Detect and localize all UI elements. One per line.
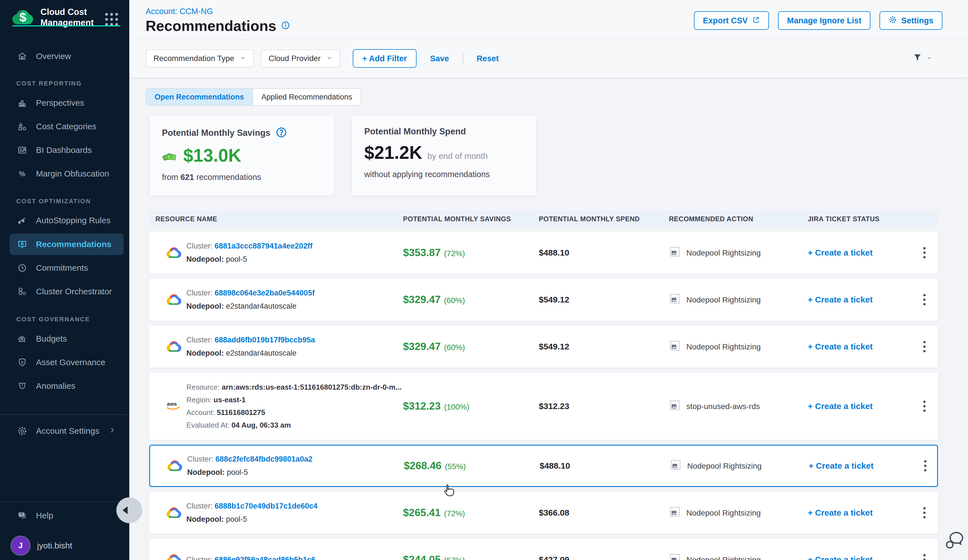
table-row[interactable]: Cluster: 6886e92f59a48cad86b5b1c6 $244.0… [149,538,938,560]
col-potential-monthly-savings: POTENTIAL MONTHLY SAVINGS [403,215,511,223]
aws-icon: aws [166,400,183,413]
sidebar-item-margin-obfuscation[interactable]: % Margin Obfuscation [10,165,124,182]
table-row[interactable]: Cluster: 6881a3ccc887941a4ee202ff Nodepo… [149,232,938,274]
gcp-icon [166,291,182,308]
kebab-menu-icon[interactable] [922,292,927,307]
main-content: Account: CCM-NG Recommendations Export C… [129,0,968,560]
chevron-left-icon [123,506,128,514]
resource-link[interactable]: 6881a3ccc887941a4ee202ff [215,242,313,250]
app-window: $ Cloud Cost Management Overview COST RE… [0,0,968,560]
nodepool-icon [669,506,681,520]
resource-link[interactable]: 68898c064e3e2ba0e544005f [215,289,315,297]
tab-applied-recommendations[interactable]: Applied Recommendations [253,89,361,105]
sidebar-item-recommendations[interactable]: Recommendations [10,234,124,255]
sidebar-item-cost-categories[interactable]: Cost Categories [10,118,124,135]
tab-open-recommendations[interactable]: Open Recommendations [146,89,253,105]
action-cell: stop-unused-aws-rds [669,399,760,413]
create-ticket-link[interactable]: + Create a ticket [808,295,873,305]
info-icon[interactable] [281,20,290,31]
sidebar-item-bi-dashboards[interactable]: BI Dashboards [10,141,124,159]
kebab-menu-icon[interactable] [922,339,927,354]
action-cell: Nodepool Rightsizing [669,293,761,307]
savings-value: $13.0K [183,145,241,166]
create-ticket-link[interactable]: + Create a ticket [808,342,873,351]
section-cost-reporting: COST REPORTING [16,80,82,87]
recommendations-icon [16,239,28,250]
spend-cell: $312.23 [539,401,569,411]
table-header: RESOURCE NAME POTENTIAL MONTHLY SAVINGS … [149,211,938,227]
savings-cell: $329.47(60%) [403,341,465,353]
settings-button[interactable]: Settings [880,11,942,30]
filter-panel-toggle[interactable] [912,52,932,65]
savings-subtext: from 621 recommendations [162,172,322,182]
sidebar-item-anomalies[interactable]: ! Anomalies [10,377,124,395]
create-ticket-link[interactable]: + Create a ticket [809,461,874,471]
gcp-icon [166,338,182,355]
funnel-icon [912,52,923,65]
sidebar-item-asset-governance[interactable]: $ Asset Governance [10,354,124,371]
action-icon [669,399,681,413]
recommendation-type-dropdown[interactable]: Recommendation Type [146,50,254,68]
kebab-menu-icon[interactable] [922,245,927,260]
create-ticket-link[interactable]: + Create a ticket [808,555,873,560]
sidebar-item-account-settings[interactable]: Account Settings [10,422,124,440]
savings-cell: $329.47(60%) [403,294,465,306]
svg-text:?: ? [20,512,23,517]
svg-text:$: $ [19,10,27,24]
kebab-menu-icon[interactable] [922,505,927,520]
sidebar-item-overview[interactable]: Overview [10,48,124,65]
sidebar-item-autostopping-rules[interactable]: AutoStopping Rules [10,212,124,229]
table-row[interactable]: aws Resource: arn:aws:rds:us-east-1:5116… [149,373,938,440]
spend-note: by end of month [427,151,488,161]
reset-filter-link[interactable]: Reset [477,54,499,63]
manage-ignore-list-button[interactable]: Manage Ignore List [778,11,870,30]
sidebar-collapse-handle[interactable] [116,497,142,523]
sidebar-item-cluster-orchestrator[interactable]: Cluster Orchestrator [10,283,124,300]
svg-text:$: $ [21,360,23,364]
page-header: Account: CCM-NG Recommendations Export C… [129,0,968,39]
kebab-menu-icon[interactable] [922,459,928,473]
create-ticket-link[interactable]: + Create a ticket [808,508,873,517]
nodepool-icon [670,459,681,473]
table-row-selected[interactable]: Cluster: 688c2fefc84fbdc99801a0a2 Nodepo… [149,445,938,487]
resource-link[interactable]: 688add6fb019b17f9bccb95a [215,336,315,344]
cloud-dollar-logo-icon: $ [11,8,34,27]
resource-link[interactable]: 6888b1c70e49db17c1de60c4 [215,502,318,510]
savings-card-title: Potential Monthly Savings [162,128,270,138]
anomalies-icon: ! [16,380,28,392]
table-row[interactable]: Cluster: 68898c064e3e2ba0e544005f Nodepo… [149,278,938,321]
create-ticket-link[interactable]: + Create a ticket [808,248,873,257]
action-cell: Nodepool Rightsizing [669,553,761,560]
save-filter-link[interactable]: Save [430,54,449,63]
resource-link[interactable]: 6886e92f59a48cad86b5b1c6 [215,555,316,560]
app-switcher-icon[interactable] [105,13,118,26]
question-icon[interactable] [275,126,287,139]
sidebar-item-budgets[interactable]: Budgets [10,330,124,348]
dashboard-image-icon [16,144,28,156]
account-breadcrumb[interactable]: Account: CCM-NG [146,7,213,16]
col-jira-ticket-status: JIRA TICKET STATUS [808,215,880,223]
sidebar-item-help[interactable]: ? Help [10,507,124,524]
chevron-right-icon [108,426,116,436]
table-row[interactable]: Cluster: 688add6fb019b17f9bccb95a Nodepo… [149,326,938,368]
gcp-icon [166,504,182,522]
savings-cell: $268.46(55%) [404,460,466,472]
resource-link[interactable]: 688c2fefc84fbdc99801a0a2 [215,455,313,463]
nodepool-icon [669,293,681,307]
table-row[interactable]: Cluster: 6888b1c70e49db17c1de60c4 Nodepo… [149,492,938,534]
create-ticket-link[interactable]: + Create a ticket [808,401,873,411]
spend-cell: $488.10 [540,461,570,471]
sidebar: $ Cloud Cost Management Overview COST RE… [0,0,129,560]
kebab-menu-icon[interactable] [922,552,927,560]
sidebar-item-commitments[interactable]: Commitments [10,259,124,277]
spend-cell: $549.12 [539,295,569,305]
add-filter-button[interactable]: + Add Filter [353,49,416,68]
export-csv-button[interactable]: Export CSV [694,11,769,30]
user-profile[interactable]: J jyoti.bisht [11,537,72,555]
sidebar-divider-bottom [0,502,129,502]
cloud-provider-dropdown[interactable]: Cloud Provider [260,50,340,68]
kebab-menu-icon[interactable] [922,399,927,414]
support-chat-icon[interactable] [944,530,968,553]
action-cell: Nodepool Rightsizing [669,340,761,354]
sidebar-item-perspectives[interactable]: Perspectives [10,94,124,112]
